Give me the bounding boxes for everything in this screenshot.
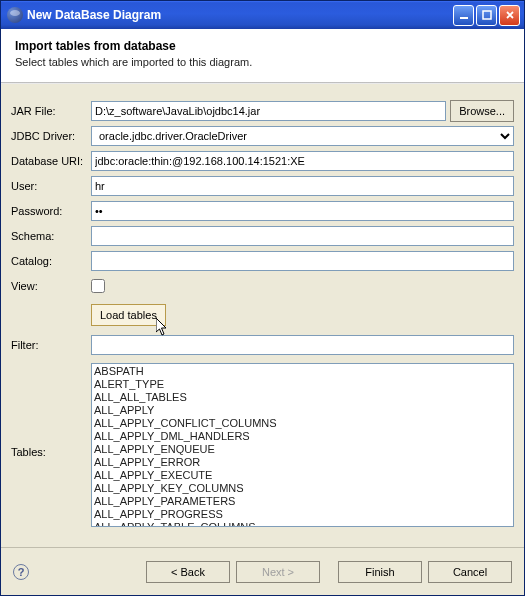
jdbc-driver-select[interactable]: oracle.jdbc.driver.OracleDriver — [91, 126, 514, 146]
catalog-input[interactable] — [91, 251, 514, 271]
list-item[interactable]: ALL_APPLY_EXECUTE — [94, 469, 511, 482]
cancel-button[interactable]: Cancel — [428, 561, 512, 583]
filter-input[interactable] — [91, 335, 514, 355]
window-title: New DataBase Diagram — [27, 8, 453, 22]
password-label: Password: — [11, 205, 91, 217]
list-item[interactable]: ALL_APPLY_PROGRESS — [94, 508, 511, 521]
view-label: View: — [11, 280, 91, 292]
list-item[interactable]: ABSPATH — [94, 365, 511, 378]
minimize-button[interactable] — [453, 5, 474, 26]
database-uri-input[interactable] — [91, 151, 514, 171]
svg-rect-1 — [483, 11, 491, 19]
tables-label: Tables: — [11, 446, 91, 458]
header-title: Import tables from database — [15, 39, 510, 53]
schema-input[interactable] — [91, 226, 514, 246]
titlebar: New DataBase Diagram — [1, 1, 524, 29]
close-button[interactable] — [499, 5, 520, 26]
load-tables-button[interactable]: Load tables — [91, 304, 166, 326]
list-item[interactable]: ALL_APPLY — [94, 404, 511, 417]
list-item[interactable]: ALL_APPLY_TABLE_COLUMNS — [94, 521, 511, 527]
wizard-header: Import tables from database Select table… — [1, 29, 524, 82]
back-button[interactable]: < Back — [146, 561, 230, 583]
jar-file-label: JAR File: — [11, 105, 91, 117]
svg-rect-0 — [460, 17, 468, 19]
jdbc-driver-label: JDBC Driver: — [11, 130, 91, 142]
next-button: Next > — [236, 561, 320, 583]
password-input[interactable] — [91, 201, 514, 221]
app-icon — [7, 7, 23, 23]
list-item[interactable]: ALL_APPLY_ERROR — [94, 456, 511, 469]
list-item[interactable]: ALL_ALL_TABLES — [94, 391, 511, 404]
user-label: User: — [11, 180, 91, 192]
help-icon[interactable]: ? — [13, 564, 29, 580]
list-item[interactable]: ALL_APPLY_DML_HANDLERS — [94, 430, 511, 443]
finish-button[interactable]: Finish — [338, 561, 422, 583]
list-item[interactable]: ALL_APPLY_KEY_COLUMNS — [94, 482, 511, 495]
list-item[interactable]: ALL_APPLY_CONFLICT_COLUMNS — [94, 417, 511, 430]
filter-label: Filter: — [11, 339, 91, 351]
header-subtitle: Select tables which are imported to this… — [15, 56, 510, 68]
list-item[interactable]: ALERT_TYPE — [94, 378, 511, 391]
window-controls — [453, 5, 520, 26]
footer: ? < Back Next > Finish Cancel — [1, 547, 524, 595]
view-checkbox[interactable] — [91, 279, 105, 293]
browse-button[interactable]: Browse... — [450, 100, 514, 122]
jar-file-input[interactable] — [91, 101, 446, 121]
dialog-window: New DataBase Diagram Import tables from … — [0, 0, 525, 596]
user-input[interactable] — [91, 176, 514, 196]
tables-listbox[interactable]: ABSPATHALERT_TYPEALL_ALL_TABLESALL_APPLY… — [91, 363, 514, 527]
schema-label: Schema: — [11, 230, 91, 242]
database-uri-label: Database URI: — [11, 155, 91, 167]
maximize-button[interactable] — [476, 5, 497, 26]
form-area: JAR File: Browse... JDBC Driver: oracle.… — [1, 84, 524, 547]
catalog-label: Catalog: — [11, 255, 91, 267]
list-item[interactable]: ALL_APPLY_PARAMETERS — [94, 495, 511, 508]
list-item[interactable]: ALL_APPLY_ENQUEUE — [94, 443, 511, 456]
